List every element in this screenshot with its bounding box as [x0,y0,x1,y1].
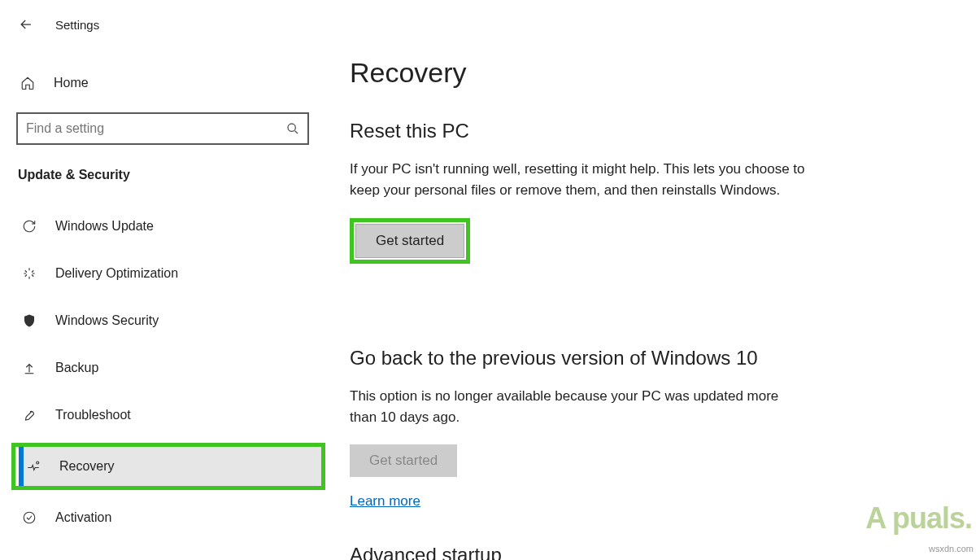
sidebar-item-troubleshoot[interactable]: Troubleshoot [16,396,325,435]
sidebar-item-label: Windows Security [55,313,159,328]
home-nav[interactable]: Home [16,68,325,104]
header-bar: Settings [16,15,325,34]
sidebar-item-label: Windows Update [55,219,154,234]
main-content: Recovery Reset this PC If your PC isn't … [342,0,980,560]
app-title: Settings [55,18,99,32]
home-icon [20,75,36,91]
svg-point-2 [24,512,35,523]
home-label: Home [54,76,89,90]
section-title-reset: Reset this PC [350,120,947,142]
section-reset-this-pc: Reset this PC If your PC isn't running w… [350,120,947,313]
shield-icon [21,313,37,329]
get-started-disabled-button: Get started [350,444,457,477]
recovery-icon [25,458,41,475]
sync-icon [21,218,37,234]
sidebar: Settings Home Update & Security Windows … [0,0,342,560]
sidebar-item-delivery-optimization[interactable]: Delivery Optimization [16,254,325,293]
sidebar-item-label: Delivery Optimization [55,266,178,281]
sidebar-item-label: Recovery [59,459,115,474]
sidebar-item-label: Backup [55,361,98,375]
search-icon [286,122,299,135]
search-box[interactable] [16,112,309,145]
watermark-brand: A puals. [865,501,972,536]
section-text-reset: If your PC isn't running well, resetting… [350,159,805,202]
optimization-icon [21,265,37,282]
learn-more-link[interactable]: Learn more [350,493,947,510]
sidebar-item-recovery[interactable]: Recovery [20,447,321,486]
sidebar-item-label: Troubleshoot [55,408,131,422]
svg-point-1 [37,462,39,464]
sidebar-item-backup[interactable]: Backup [16,348,325,387]
section-title-advanced: Advanced startup [350,544,947,560]
arrow-left-icon [18,16,34,33]
activation-icon [21,510,37,526]
backup-icon [21,360,37,376]
category-title: Update & Security [16,168,325,182]
sidebar-item-windows-update[interactable]: Windows Update [16,207,325,246]
section-title-goback: Go back to the previous version of Windo… [350,347,947,370]
get-started-button[interactable]: Get started [355,224,464,258]
section-go-back: Go back to the previous version of Windo… [350,347,947,510]
sidebar-item-label: Activation [55,510,111,525]
highlight-recovery: Recovery [11,443,325,490]
highlight-get-started: Get started [350,218,470,264]
watermark-url: wsxdn.com [929,544,973,553]
section-advanced-startup: Advanced startup [350,544,947,560]
search-input[interactable] [26,121,286,136]
section-text-goback: This option is no longer available becau… [350,386,805,429]
back-button[interactable] [16,15,36,34]
sidebar-item-windows-security[interactable]: Windows Security [16,301,325,340]
sidebar-item-activation[interactable]: Activation [16,498,325,537]
troubleshoot-icon [21,407,37,423]
svg-point-0 [288,124,295,131]
page-title: Recovery [350,57,947,89]
